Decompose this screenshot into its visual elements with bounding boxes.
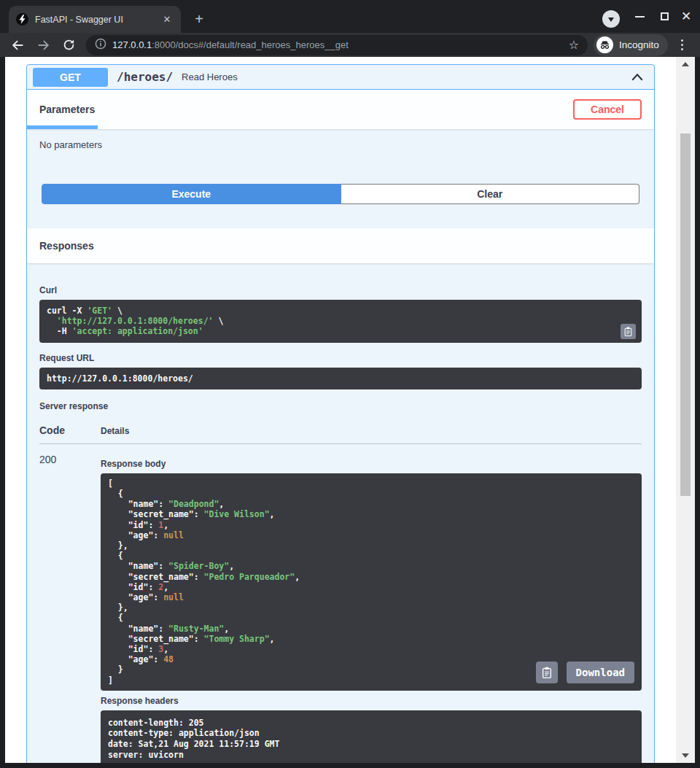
clear-button[interactable]: Clear — [341, 184, 640, 204]
page-info-icon[interactable] — [95, 38, 106, 53]
collapse-chevron-icon[interactable] — [631, 72, 644, 82]
scroll-down-icon[interactable] — [676, 750, 695, 761]
url-text: 127.0.0.1:8000/docs#/default/read_heroes… — [112, 39, 349, 50]
response-row-200: 200 Response body [ { "name": "Deadpond"… — [39, 444, 642, 763]
response-body-actions: Download — [536, 662, 634, 683]
server-response-label: Server response — [39, 401, 642, 411]
opblock-get-heroes: GET /heroes/ Read Heroes Parameters Canc… — [26, 64, 655, 763]
parameters-title: Parameters — [39, 104, 95, 115]
copy-curl-button[interactable] — [621, 324, 636, 339]
tab-bar: FastAPI - Swagger UI ✕ + ✕ — [0, 0, 700, 33]
parameters-body: No parameters Execute Clear — [27, 129, 654, 228]
endpoint-summary: Read Heroes — [182, 71, 238, 82]
response-table-header: Code Details — [39, 424, 642, 444]
request-url-label: Request URL — [39, 353, 642, 363]
tab-search-button[interactable] — [602, 10, 620, 28]
browser-tab[interactable]: FastAPI - Swagger UI ✕ — [9, 6, 181, 33]
incognito-icon — [596, 36, 613, 53]
scrollbar-thumb[interactable] — [680, 133, 691, 496]
response-body-label: Response body — [101, 459, 642, 469]
curl-label: Curl — [39, 285, 642, 295]
window-minimize-button[interactable] — [631, 0, 648, 33]
execute-button[interactable]: Execute — [42, 184, 341, 204]
incognito-label: Incognito — [619, 39, 659, 50]
response-details-cell: Response body [ { "name": "Deadpond", "s… — [101, 454, 642, 763]
curl-command: curl -X 'GET' \ 'http://127.0.0.1:8000/h… — [39, 300, 642, 343]
window-close-button[interactable]: ✕ — [678, 0, 694, 33]
url-host: 127.0.0.1 — [112, 39, 152, 50]
browser-menu-button[interactable] — [675, 36, 690, 54]
tab-close-icon[interactable]: ✕ — [160, 13, 174, 26]
parameters-header: Parameters Cancel — [27, 90, 654, 129]
tab-title: FastAPI - Swagger UI — [35, 15, 160, 25]
responses-inner: Curl curl -X 'GET' \ 'http://127.0.0.1:8… — [27, 263, 654, 763]
back-button[interactable] — [9, 36, 26, 54]
responses-title: Responses — [39, 240, 94, 252]
scroll-up-icon[interactable] — [676, 58, 695, 70]
response-headers-label: Response headers — [101, 696, 642, 706]
method-badge: GET — [33, 68, 108, 87]
caret-down-icon — [608, 18, 614, 22]
browser-toolbar: 127.0.0.1:8000/docs#/default/read_heroes… — [0, 33, 700, 57]
code-column-header: Code — [39, 424, 101, 436]
forward-button[interactable] — [35, 36, 52, 54]
download-button[interactable]: Download — [567, 662, 634, 683]
url-path: :8000/docs#/default/read_heroes_heroes__… — [152, 39, 349, 50]
reload-button[interactable] — [60, 36, 77, 54]
cancel-button[interactable]: Cancel — [573, 99, 642, 120]
responses-header: Responses — [27, 228, 654, 263]
response-body-block: [ { "name": "Deadpond", "secret_name": "… — [101, 473, 642, 691]
response-headers-block: content-length: 205content-type: applica… — [101, 710, 642, 763]
request-url-block: http://127.0.0.1:8000/heroes/ — [39, 368, 642, 389]
active-tab-underline — [27, 125, 98, 129]
details-column-header: Details — [101, 426, 642, 436]
execute-wrapper: Execute Clear — [42, 184, 639, 204]
url-bar[interactable]: 127.0.0.1:8000/docs#/default/read_heroes… — [86, 35, 588, 55]
fastapi-favicon-icon — [16, 13, 28, 26]
page-content: GET /heroes/ Read Heroes Parameters Canc… — [5, 57, 695, 763]
no-parameters-text: No parameters — [39, 139, 642, 150]
status-code: 200 — [39, 454, 101, 763]
new-tab-button[interactable]: + — [191, 12, 207, 28]
copy-response-button[interactable] — [536, 662, 558, 683]
scrollbar[interactable] — [676, 57, 695, 763]
bookmark-star-icon[interactable]: ☆ — [569, 39, 579, 51]
endpoint-path: /heroes/ — [117, 70, 173, 84]
window-maximize-button[interactable] — [656, 0, 672, 33]
opblock-summary[interactable]: GET /heroes/ Read Heroes — [27, 65, 654, 90]
incognito-badge: Incognito — [594, 34, 668, 56]
